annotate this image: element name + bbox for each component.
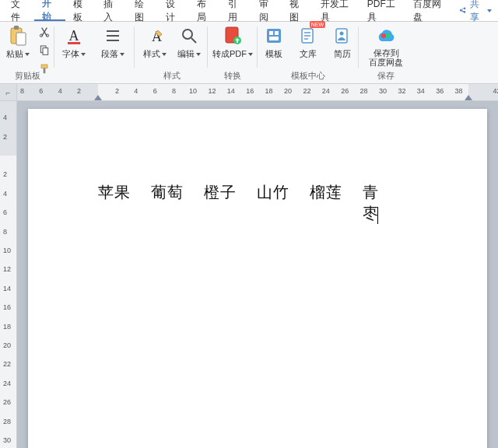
cut-icon (38, 26, 51, 38)
group-font: A 字体 (54, 22, 93, 83)
document-canvas[interactable]: 苹果 葡萄 橙子 山竹 榴莲 青枣 (17, 101, 498, 448)
group-label: 转换 (208, 70, 258, 82)
chevron-down-icon (248, 53, 253, 56)
svg-point-4 (46, 34, 48, 37)
word: 榴莲 (310, 182, 342, 224)
svg-rect-1 (14, 26, 19, 30)
chevron-down-icon (487, 9, 492, 12)
edit-button[interactable]: 编辑 (174, 23, 204, 61)
word: 青枣 (363, 184, 379, 222)
group-styles: A 样式 编辑 样式 (136, 22, 208, 83)
svg-rect-23 (269, 37, 279, 40)
wenku-icon (297, 25, 319, 47)
pdf-icon (222, 25, 244, 47)
group-save: 保存到 百度网盘 保存 (359, 22, 413, 83)
cloud-icon (375, 25, 397, 47)
tab-layout[interactable]: 布局 (189, 0, 220, 21)
wenku-button[interactable]: NEW 文库 (293, 23, 323, 61)
tab-pdftools[interactable]: PDF工具 (359, 0, 406, 21)
svg-rect-2 (16, 33, 26, 45)
new-badge: NEW (310, 21, 325, 28)
chevron-down-icon (81, 53, 86, 56)
share-button[interactable]: 共享 (452, 0, 498, 24)
styles-button[interactable]: A 样式 (140, 23, 170, 61)
chevron-down-icon (25, 53, 30, 56)
svg-rect-28 (336, 29, 347, 43)
font-icon: A (63, 25, 85, 47)
tab-review[interactable]: 审阅 (251, 0, 282, 21)
document-text[interactable]: 苹果 葡萄 橙子 山竹 榴莲 青枣 (98, 182, 395, 224)
tab-references[interactable]: 引用 (220, 0, 251, 21)
group-template-center: 模板 NEW 文库 简历 模板中心 (258, 22, 359, 83)
tab-templates[interactable]: 模板 (65, 0, 96, 21)
cut-button[interactable] (37, 25, 51, 39)
ribbon: 粘贴 剪贴板 A 字体 (0, 22, 498, 84)
share-icon (458, 5, 467, 16)
tab-home[interactable]: 开始 (34, 0, 65, 21)
tab-draw[interactable]: 绘图 (127, 0, 158, 21)
page[interactable]: 苹果 葡萄 橙子 山竹 榴莲 青枣 (28, 109, 487, 448)
workspace: 422468101214161820222426283032 苹果 葡萄 橙子 … (0, 101, 498, 448)
svg-point-3 (40, 34, 42, 37)
svg-line-16 (191, 38, 196, 43)
svg-rect-10 (68, 42, 80, 44)
group-label: 剪贴板 (0, 70, 54, 82)
tab-view[interactable]: 视图 (282, 0, 313, 21)
resume-button[interactable]: 简历 (328, 23, 357, 61)
copy-icon (38, 44, 51, 57)
paste-button[interactable]: 粘贴 (3, 23, 33, 61)
copy-button[interactable] (37, 44, 51, 58)
word: 山竹 (257, 182, 289, 224)
svg-text:A: A (69, 28, 79, 44)
vertical-ruler[interactable]: 422468101214161820222426283032 (0, 101, 17, 448)
paste-icon (7, 25, 29, 47)
resume-icon (331, 25, 353, 47)
text-caret (377, 207, 378, 224)
styles-icon: A (144, 25, 166, 47)
svg-point-15 (183, 30, 192, 39)
word: 葡萄 (151, 182, 184, 224)
edit-icon (178, 25, 200, 47)
svg-point-29 (340, 32, 344, 36)
group-label: 样式 (136, 70, 208, 82)
group-label: 模板中心 (258, 70, 359, 82)
font-button[interactable]: A 字体 (59, 23, 89, 61)
chevron-down-icon (162, 53, 167, 56)
tab-file[interactable]: 文件 (3, 0, 34, 21)
horizontal-ruler[interactable]: ⌐ 86422468101214161820222426283032343638… (0, 84, 498, 101)
group-label: 保存 (359, 70, 413, 82)
paragraph-icon (102, 25, 124, 47)
svg-rect-6 (43, 48, 48, 55)
convert-pdf-button[interactable]: 转成PDF (209, 23, 256, 61)
svg-rect-7 (41, 65, 47, 68)
share-label: 共享 (470, 0, 484, 24)
word: 橙子 (204, 182, 237, 224)
chevron-down-icon (196, 53, 201, 56)
svg-point-31 (386, 33, 391, 38)
chevron-down-icon (120, 53, 124, 56)
group-convert: 转成PDF 转换 (208, 22, 258, 83)
menubar: 文件 开始 模板 插入 绘图 设计 布局 引用 审阅 视图 开发工具 PDF工具… (0, 0, 498, 22)
tab-devtools[interactable]: 开发工具 (313, 0, 359, 21)
svg-rect-20 (267, 29, 281, 43)
word: 苹果 (98, 182, 131, 224)
separator (134, 26, 135, 68)
ruler-corner: ⌐ (0, 84, 17, 101)
svg-rect-21 (269, 31, 273, 35)
group-paragraph: 段落 (93, 22, 132, 83)
tab-design[interactable]: 设计 (158, 0, 189, 21)
save-to-cloud-button[interactable]: 保存到 百度网盘 (366, 23, 406, 68)
svg-point-30 (381, 33, 386, 38)
template-icon (263, 25, 285, 47)
tab-baidudisk[interactable]: 百度网盘 (405, 0, 452, 21)
svg-rect-22 (275, 31, 279, 35)
tab-insert[interactable]: 插入 (96, 0, 127, 21)
group-clipboard: 粘贴 剪贴板 (0, 22, 54, 83)
templates-button[interactable]: 模板 (259, 23, 289, 61)
paragraph-button[interactable]: 段落 (98, 23, 128, 61)
